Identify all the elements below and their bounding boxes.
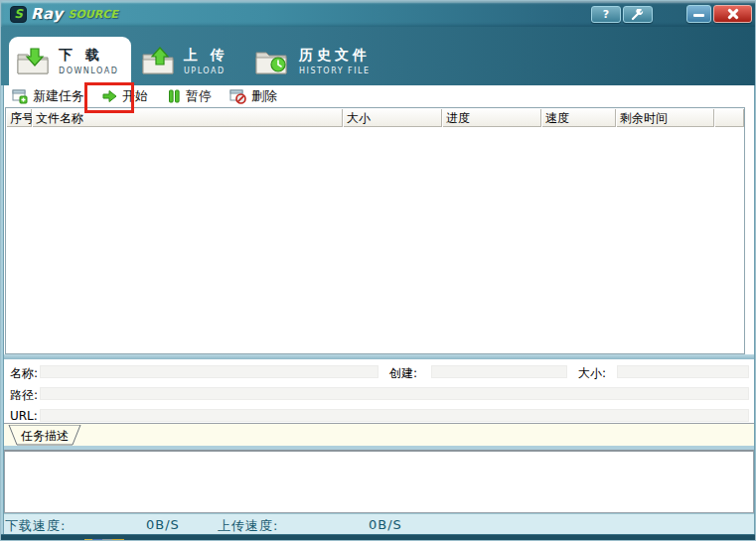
brand-suffix: SOURCE <box>69 8 118 21</box>
size-field <box>617 365 749 378</box>
col-header-extra[interactable] <box>714 108 744 127</box>
minimize-button[interactable] <box>686 5 711 23</box>
table-body-empty <box>6 127 744 353</box>
url-field <box>40 409 749 422</box>
task-description-label: 任务描述 <box>7 428 82 445</box>
tab-history-label: 历史文件 <box>299 47 371 65</box>
col-header-size[interactable]: 大小 <box>343 108 442 127</box>
size-label: 大小: <box>578 365 606 382</box>
name-field <box>40 365 378 378</box>
brand-name: Ray <box>31 5 64 23</box>
pause-icon <box>168 89 181 103</box>
name-label: 名称: <box>10 365 38 382</box>
close-x-icon <box>714 6 751 22</box>
tab-history-file[interactable]: 历史文件 HISTORY FILE <box>247 37 377 85</box>
settings-button[interactable] <box>623 6 653 23</box>
created-field <box>431 365 567 378</box>
tab-download-label: 下 载 <box>59 47 118 65</box>
pause-button[interactable]: 暂停 <box>162 86 218 106</box>
close-button[interactable] <box>713 5 752 23</box>
col-header-filename[interactable]: 文件名称 <box>32 108 343 127</box>
delete-icon <box>229 89 246 104</box>
task-description-content <box>4 450 754 513</box>
tab-upload-sublabel: UPLOAD <box>184 67 228 75</box>
task-description-tab[interactable]: 任务描述 <box>7 425 82 446</box>
help-button[interactable]: ? <box>591 6 621 23</box>
table-header-row: 序号 文件名称 大小 进度 速度 剩余时间 <box>6 108 744 127</box>
download-task-table: 序号 文件名称 大小 进度 速度 剩余时间 <box>5 107 745 354</box>
delete-button[interactable]: 删除 <box>224 86 283 106</box>
start-label: 开始 <box>122 87 148 105</box>
title-bar: S Ray SOURCE ? <box>1 1 756 27</box>
delete-label: 删除 <box>251 87 277 105</box>
window-frame-left <box>1 85 4 534</box>
app-logo: S Ray SOURCE <box>10 5 118 23</box>
task-details-panel: 名称: 创建: 大小: 路径: URL: <box>4 359 754 423</box>
new-task-button[interactable]: 新建任务 <box>6 86 90 106</box>
path-label: 路径: <box>10 387 38 404</box>
download-speed-label: 下载速度: <box>5 517 66 535</box>
col-header-speed[interactable]: 速度 <box>541 108 616 127</box>
tab-download[interactable]: 下 载 DOWNLOAD <box>9 37 131 85</box>
path-field <box>40 387 749 400</box>
start-arrow-icon <box>102 89 117 103</box>
status-bar: 下载速度: 0B/S 上传速度: 0B/S <box>1 513 756 534</box>
tab-upload[interactable]: 上 传 UPLOAD <box>134 37 234 85</box>
raysource-window: S Ray SOURCE ? 下 载 DOWN <box>0 0 756 541</box>
folder-history-icon <box>253 47 291 76</box>
folder-upload-icon <box>140 47 176 76</box>
tab-history-sublabel: HISTORY FILE <box>299 67 371 75</box>
url-label: URL: <box>10 409 38 423</box>
tab-download-sublabel: DOWNLOAD <box>59 67 118 75</box>
tab-upload-label: 上 传 <box>184 47 228 65</box>
wrench-icon <box>631 9 645 21</box>
col-header-index[interactable]: 序号 <box>6 108 32 127</box>
folder-download-icon <box>15 47 51 76</box>
main-tab-strip: 下 载 DOWNLOAD 上 传 UPLOAD 历史文 <box>1 27 756 85</box>
download-speed-value: 0B/S <box>146 517 180 532</box>
new-task-icon <box>12 89 28 104</box>
pause-label: 暂停 <box>186 87 212 105</box>
col-header-progress[interactable]: 进度 <box>442 108 541 127</box>
new-task-label: 新建任务 <box>33 87 84 105</box>
toolbar: 新建任务 开始 暂停 删除 <box>4 85 754 107</box>
minimize-dash-icon <box>693 14 704 17</box>
created-label: 创建: <box>389 365 417 382</box>
start-button[interactable]: 开始 <box>96 86 154 106</box>
description-tab-strip: 任务描述 <box>4 423 754 446</box>
upload-speed-value: 0B/S <box>369 517 402 532</box>
upload-speed-label: 上传速度: <box>218 517 278 535</box>
logo-icon: S <box>10 6 27 23</box>
col-header-remaining[interactable]: 剩余时间 <box>616 108 714 127</box>
